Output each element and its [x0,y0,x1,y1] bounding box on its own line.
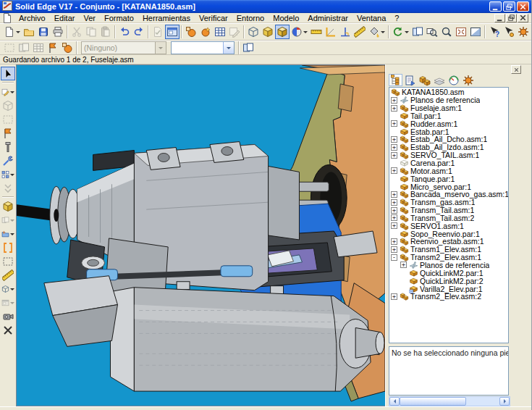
expand-icon[interactable]: + [391,191,397,198]
part-library-button[interactable] [1,227,15,240]
tree-item-transm1-elev-asm-1[interactable]: +Transm1_Elev.asm:1 [389,246,508,254]
quicklink-right[interactable] [221,266,253,277]
tree-item-reenvio-estab-asm-1[interactable]: +Reenvio_estab.asm:1 [389,238,508,246]
show-all-occurrences-button[interactable] [198,25,213,39]
rotate-view-button[interactable] [391,25,410,39]
combo-dropdown-button[interactable] [223,42,234,54]
menu-editar[interactable]: Editar [50,13,80,22]
fit-button[interactable] [454,25,468,39]
hidden-edges-view-button[interactable] [261,25,275,39]
tree-item-planos-de-referencia[interactable]: +Planos de referencia [389,262,508,269]
tab-sensors[interactable] [447,74,460,86]
tree-item-servo1-asm-1[interactable]: +SERVO1.asm:1 [389,222,508,230]
smartstep-button[interactable] [516,25,531,39]
menu-administrar[interactable]: Administrar [303,13,352,22]
search-combo[interactable] [171,41,235,54]
open-button[interactable] [22,25,36,39]
tree-item-bancada-mservo-gas-asm-1[interactable]: +Bancada_mservo_gas.asm:1 [389,191,508,198]
menu-entorno[interactable]: Entorno [232,13,269,22]
menu-modelo[interactable]: Modelo [269,13,303,22]
menu-formato[interactable]: Formato [100,13,138,22]
pattern-button[interactable] [1,167,15,181]
previous-view-button[interactable] [410,25,425,39]
tree-item-motor-asm-1[interactable]: +Motor.asm:1 [389,167,508,175]
tree-item-katana1850-asm[interactable]: KATANA1850.asm [389,88,508,96]
show-occurrence-button[interactable] [184,25,198,39]
mdi-close-button[interactable] [518,14,528,22]
disperse-button[interactable] [1,323,15,337]
frame-button[interactable] [1,240,15,254]
tree-item-estab-ail-izdo-asm-1[interactable]: +Estab_Ail_Izdo.asm:1 [389,143,508,151]
wireframe-view-button[interactable] [246,25,261,39]
assemble-button[interactable] [1,154,15,167]
new-document-button[interactable] [2,25,22,39]
paint-part-button[interactable] [367,25,387,39]
tab-parts-library[interactable] [403,74,417,86]
combo-dropdown-button[interactable] [155,42,166,54]
undo-button[interactable] [117,25,132,39]
tree-item-servo-tail-asm-1[interactable]: +SERVO_TAIL.asm:1 [389,151,508,159]
select-window-button[interactable] [165,25,180,39]
expand-icon[interactable]: + [400,262,407,268]
window-minimize-button[interactable] [489,1,502,12]
expand-icon[interactable]: + [391,246,397,253]
menu-ver[interactable]: Ver [79,13,100,22]
tree-item-quicklinkm2-par-1[interactable]: QuickLinkM2.par:1 [389,269,508,277]
tree-item-transm2-elev-asm-1[interactable]: -Transm2_Elev.asm:1 [389,254,508,262]
zoom-button[interactable] [439,25,454,39]
move-part-button[interactable] [1,199,15,213]
selection-filter-combo[interactable]: (Ninguno) [81,41,166,54]
expand-icon[interactable]: + [391,293,397,300]
measure-angle-button[interactable] [352,25,367,39]
horizontal-scrollbar[interactable] [389,396,510,406]
measure-normal-button[interactable] [338,25,352,39]
expand-icon[interactable]: + [391,97,397,104]
select-help-button[interactable]: ? [487,25,502,39]
save-button[interactable] [36,25,51,39]
scrollbar-thumb[interactable] [400,397,466,406]
3d-viewport[interactable] [16,64,385,406]
tab-alternate-assemblies[interactable] [418,74,431,86]
scroll-left-arrow-icon[interactable] [389,397,400,406]
tree-item-fuselaje-asm-1[interactable]: +Fuselaje.asm:1 [389,104,508,112]
shade-toggle-button[interactable] [468,25,483,39]
motion-button[interactable] [1,309,15,323]
scroll-right-arrow-icon[interactable] [499,397,510,406]
mdi-restore-button[interactable] [506,14,517,22]
expand-icon[interactable]: + [391,144,397,151]
create-drawing-button[interactable] [241,41,256,54]
tree-item-transm2-elev-asm-2[interactable]: +Transm2_Elev.asm:2 [389,293,508,301]
tree-item-varilla2-elev-par-1[interactable]: Varilla2_Elev.par:1 [389,285,508,293]
menu--[interactable]: ? [390,13,403,22]
3d-model-view[interactable] [17,65,385,406]
expand-icon[interactable]: + [391,136,397,143]
tree-item-transm-tail-asm-1[interactable]: +Transm_Tail.asm:1 [389,206,508,214]
sketch-button[interactable] [1,85,15,99]
measure-button[interactable] [1,268,15,282]
place-part-button[interactable] [1,126,15,140]
tree-item-quicklinkm2-par-2[interactable]: QuickLinkM2.par:2 [389,277,508,285]
spinner[interactable] [50,186,80,244]
tree-item-rudder-asm-1[interactable]: +Rudder.asm:1 [389,120,508,127]
menu-verificar[interactable]: Verificar [195,13,232,22]
expand-icon[interactable]: + [391,120,397,127]
activate-part-button[interactable] [46,41,60,54]
window-close-button[interactable] [517,1,529,12]
tree-item-carena-par-1[interactable]: Carena.par:1 [389,159,508,167]
tree-item-micro-servo-par-1[interactable]: Micro_servo.par:1 [389,183,508,191]
tree-item-transm-tail-asm-2[interactable]: +Transm_Tail.asm:2 [389,214,508,222]
menu-archivo[interactable]: Archivo [14,13,50,22]
expand-icon[interactable]: + [391,199,397,206]
expand-icon[interactable]: + [391,167,397,174]
select-set-button[interactable] [1,254,15,268]
redo-button[interactable] [132,25,146,39]
expand-icon[interactable]: + [391,105,397,112]
window-restore-button[interactable] [503,1,515,12]
tree-item-estab-ail-dcho-asm-1[interactable]: +Estab_Ail_Dcho.asm:1 [389,135,508,143]
tab-engineering-reference[interactable] [461,74,475,86]
fastener-system-button[interactable] [1,140,15,154]
expand-icon[interactable]: + [391,222,397,229]
tree-item-sopo-reenvio-par-1[interactable]: Sopo_Reenvio.par:1 [389,230,508,238]
select-tool-button[interactable] [1,67,15,80]
mdi-minimize-button[interactable] [494,14,505,22]
